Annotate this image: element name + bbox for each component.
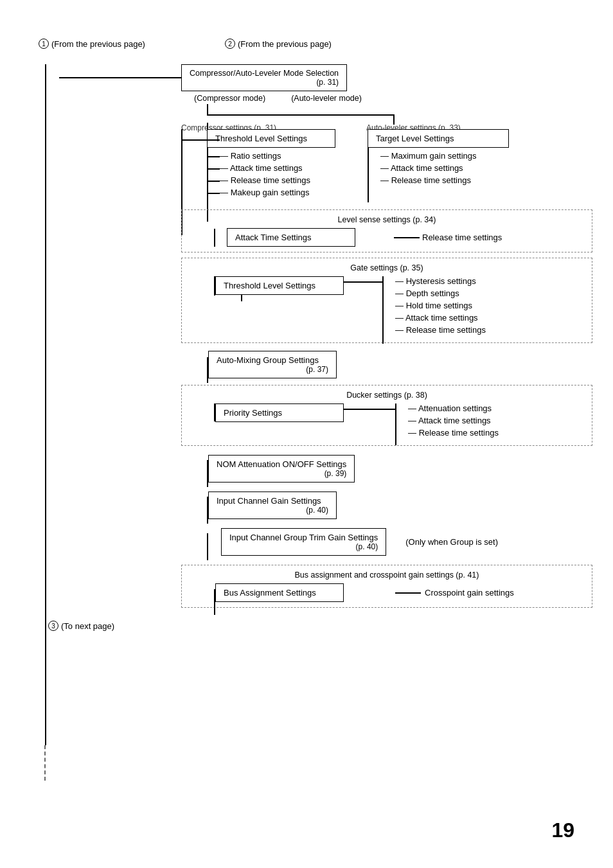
item-release2: Release time settings [391,175,471,185]
threshold-level-box-2: Threshold Level Settings [215,276,344,295]
nom-ref: (p. 39) [217,469,346,478]
gate-item-2: Depth settings [406,288,459,298]
threshold-level-title-2: Threshold Level Settings [224,281,315,290]
target-level-box: Target Level Settings [368,129,509,148]
attack-time-title: Attack Time Settings [235,233,312,242]
bus-assignment-box: Bus Assignment Settings [215,583,344,602]
item-max-gain: Maximum gain settings [391,151,477,161]
ducker-item-3: Release time settings [419,428,499,438]
item-ratio: — Ratio settings [220,151,281,161]
bus-assign-header-label: Bus assignment and crosspoint gain setti… [295,571,479,580]
release-time-item: Release time settings [422,233,502,242]
input-group-ref: (p. 40) [229,542,378,551]
crosspoint-item: Crosspoint gain settings [425,588,514,598]
compressor-box: Compressor/Auto-Leveler Mode Selection (… [181,64,347,91]
bus-assignment-title: Bus Assignment Settings [224,588,316,598]
circle-3: 3 [48,621,58,631]
item-makeup: — Makeup gain settings [220,188,309,197]
item-attack: — Attack time settings [220,163,303,173]
item-attack2: Attack time settings [391,163,463,173]
label2-text: (From the previous page) [238,39,332,49]
level-sense-label: Level sense settings (p. 34) [338,215,436,224]
nom-box: NOM Attenuation ON/OFF Settings (p. 39) [208,455,355,483]
gate-item-4: Attack time settings [405,313,478,323]
ducker-item-2: Attack time settings [418,416,491,425]
circle-2: 2 [225,39,235,49]
label1-text: (From the previous page) [51,39,145,49]
only-when-group: (Only when Group is set) [405,537,498,547]
gate-settings-label: Gate settings (p. 35) [350,263,423,272]
page: ①1 (From the previous page) 2 (From the … [0,0,613,868]
page-number: 19 [551,819,574,842]
compressor-box-title: Compressor/Auto-Leveler Mode Selection [190,69,339,78]
bottom-text: (To next page) [61,621,114,631]
priority-box: Priority Settings [215,403,344,422]
gate-item-5: Release time settings [406,325,486,335]
input-group-box: Input Channel Group Trim Gain Settings (… [221,528,386,556]
input-gain-ref: (p. 40) [217,506,328,515]
input-gain-title: Input Channel Gain Settings [217,496,328,506]
threshold-level-box-1: Threshold Level Settings [207,129,335,148]
target-level-title: Target Level Settings [376,134,454,143]
item-release: — Release time settings [220,175,310,185]
attack-time-box: Attack Time Settings [227,228,355,247]
ducker-label: Ducker settings (p. 38) [346,391,427,400]
label1: ①1 (From the previous page) [39,39,145,49]
gate-item-1: Hysteresis settings [406,276,476,286]
compressor-mode-label: (Compressor mode) [194,94,265,103]
auto-mixing-box: Auto-Mixing Group Settings (p. 37) [208,351,337,378]
circle-1: ①1 [39,39,49,49]
auto-mixing-ref: (p. 37) [217,365,328,374]
label2: 2 (From the previous page) [225,39,332,49]
priority-title: Priority Settings [224,408,282,418]
auto-leveler-mode-label: (Auto-leveler mode) [291,94,362,103]
threshold-level-title-1: Threshold Level Settings [215,134,307,143]
ducker-item-1: Attenuation settings [418,403,492,413]
input-group-title: Input Channel Group Trim Gain Settings [229,533,378,542]
gate-item-3: Hold time settings [406,301,472,310]
input-gain-box: Input Channel Gain Settings (p. 40) [208,492,337,519]
auto-mixing-title: Auto-Mixing Group Settings [217,355,328,365]
nom-title: NOM Attenuation ON/OFF Settings [217,459,346,469]
compressor-box-ref: (p. 31) [190,78,339,87]
